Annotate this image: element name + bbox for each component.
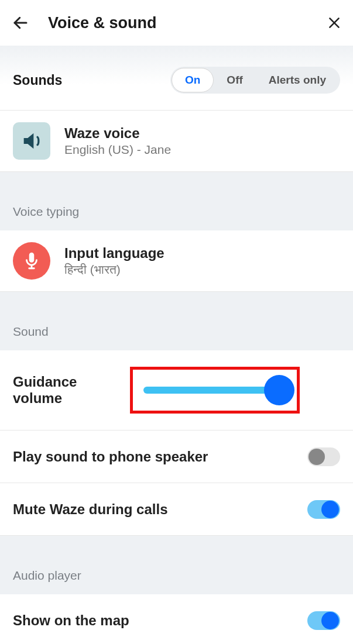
input-language-row[interactable]: Input language हिन्दी (भारत) xyxy=(0,230,353,292)
guidance-volume-highlight xyxy=(130,367,300,414)
section-audio-player: Audio player xyxy=(0,536,353,594)
guidance-volume-label: Guidance volume xyxy=(13,374,130,407)
sounds-segmented: On Off Alerts only xyxy=(170,67,340,94)
input-language-texts: Input language हिन्दी (भारत) xyxy=(64,245,164,277)
back-icon[interactable] xyxy=(11,13,30,33)
mute-calls-row[interactable]: Mute Waze during calls xyxy=(0,483,353,536)
sounds-label: Sounds xyxy=(13,73,170,88)
segment-off[interactable]: Off xyxy=(214,68,255,92)
waze-voice-subtitle: English (US) - Jane xyxy=(64,143,171,157)
guidance-volume-slider[interactable] xyxy=(143,372,292,408)
microphone-icon xyxy=(13,242,50,280)
waze-voice-row[interactable]: Waze voice English (US) - Jane xyxy=(0,111,353,172)
show-on-map-label: Show on the map xyxy=(13,612,307,629)
show-on-map-row[interactable]: Show on the map xyxy=(0,594,353,644)
segment-on[interactable]: On xyxy=(172,68,214,92)
guidance-volume-row: Guidance volume xyxy=(0,350,353,431)
header: Voice & sound xyxy=(0,0,353,46)
play-speaker-label: Play sound to phone speaker xyxy=(13,449,307,465)
sounds-row: Sounds On Off Alerts only xyxy=(0,46,353,111)
toggle-knob xyxy=(321,501,339,518)
section-voice-typing: Voice typing xyxy=(0,172,353,230)
slider-thumb[interactable] xyxy=(264,375,294,405)
toggle-knob xyxy=(309,449,325,465)
play-speaker-row[interactable]: Play sound to phone speaker xyxy=(0,431,353,483)
mute-calls-label: Mute Waze during calls xyxy=(13,501,307,518)
show-on-map-toggle[interactable] xyxy=(307,611,340,630)
toggle-knob xyxy=(321,612,339,629)
page-title: Voice & sound xyxy=(48,14,326,32)
close-icon[interactable] xyxy=(326,15,342,31)
play-speaker-toggle[interactable] xyxy=(307,447,340,466)
waze-voice-texts: Waze voice English (US) - Jane xyxy=(64,125,171,157)
segment-alerts-only[interactable]: Alerts only xyxy=(256,68,339,92)
mute-calls-toggle[interactable] xyxy=(307,500,340,519)
speaker-icon xyxy=(13,122,50,160)
input-language-title: Input language xyxy=(64,245,164,261)
waze-voice-title: Waze voice xyxy=(64,125,171,142)
section-sound: Sound xyxy=(0,292,353,350)
input-language-subtitle: हिन्दी (भारत) xyxy=(64,263,164,277)
